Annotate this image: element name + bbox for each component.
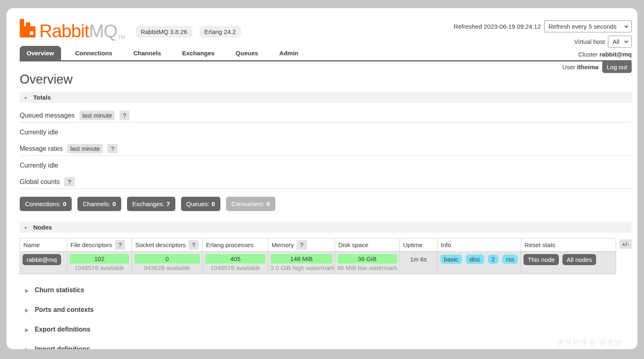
topbar-controls: Refreshed 2023-06-19 09:24:12 Refresh ev… xyxy=(454,20,632,73)
nodes-table-area: Name File descriptors? Socket descriptor… xyxy=(20,238,632,274)
erlang-version-badge: Erlang 24.2 xyxy=(200,26,241,38)
rabbitmq-version-badge: RabbitMQ 3.8.26 xyxy=(136,26,192,38)
global-counts-help-icon[interactable]: ? xyxy=(64,177,74,186)
memory-help-icon[interactable]: ? xyxy=(297,240,306,250)
memory-cell: 148 MiB 3.0 GiB high watermark xyxy=(268,252,335,274)
info-cell: basic disc 2 rss xyxy=(437,252,521,274)
connections-count-value: 0 xyxy=(63,200,66,207)
user-row: User itheima Log out xyxy=(562,61,632,73)
queues-count-chip[interactable]: Queues:0 xyxy=(181,197,220,211)
tab-admin[interactable]: Admin xyxy=(272,46,306,60)
global-counts-label: Global counts xyxy=(20,178,60,185)
triangle-down-icon: ▼ xyxy=(23,95,28,100)
ports-and-contexts-label: Ports and contexts xyxy=(35,306,94,313)
connections-count-label: Connections: xyxy=(25,200,61,207)
tab-exchanges[interactable]: Exchanges xyxy=(175,46,221,60)
refresh-row: Refreshed 2023-06-19 09:24:12 Refresh ev… xyxy=(454,20,632,32)
channels-count-value: 0 xyxy=(112,200,116,207)
socket-descriptors-bar: 0 xyxy=(134,254,200,264)
col-erlang-processes: Erlang processes xyxy=(203,239,268,252)
section-header-totals[interactable]: ▼ Totals xyxy=(20,92,632,103)
brand-mq-text: MQ xyxy=(89,21,117,41)
memory-watermark: 3.0 GiB high watermark xyxy=(268,264,335,271)
section-header-churn-statistics[interactable]: ▶ Churn statistics xyxy=(25,286,632,294)
tab-channels[interactable]: Channels xyxy=(126,46,168,60)
import-definitions-label: Import definitions xyxy=(35,345,90,349)
app-window: Refreshed 2023-06-19 09:24:12 Refresh ev… xyxy=(7,8,637,349)
rates-help-icon[interactable]: ? xyxy=(107,144,117,153)
node-name-cell: rabbit@mq xyxy=(20,252,67,274)
reset-this-node-button[interactable]: This node xyxy=(524,254,559,265)
page-title: Overview xyxy=(20,72,632,87)
reset-all-nodes-button[interactable]: All nodes xyxy=(562,254,596,265)
queued-range-badge[interactable]: last minute xyxy=(79,111,115,120)
refresh-interval-select[interactable]: Refresh every 5 seconds xyxy=(544,20,632,32)
brand-title: RabbitMQ xyxy=(39,22,117,40)
object-counts: Connections:0 Channels:0 Exchanges:7 Que… xyxy=(20,197,632,211)
global-counts-row: Global counts ? xyxy=(20,178,632,189)
chevron-down-icon xyxy=(624,39,628,43)
erlang-processes-cell: 405 1048576 available xyxy=(203,252,268,274)
queued-help-icon[interactable]: ? xyxy=(120,111,129,120)
user-name: itheima xyxy=(577,64,599,70)
col-name: Name xyxy=(20,239,67,252)
export-definitions-label: Export definitions xyxy=(35,326,91,333)
channels-count-chip[interactable]: Channels:0 xyxy=(77,197,121,211)
queued-messages-row: Queued messages last minute ? xyxy=(20,112,632,123)
col-reset-stats: Reset stats xyxy=(521,239,616,252)
section-header-ports-and-contexts[interactable]: ▶ Ports and contexts xyxy=(25,306,632,314)
connections-count-chip[interactable]: Connections:0 xyxy=(20,197,72,211)
disk-space-cell: 36 GiB 48 MiB low watermark xyxy=(335,252,399,274)
tab-queues[interactable]: Queues xyxy=(229,46,265,60)
file-descriptors-help-icon[interactable]: ? xyxy=(115,240,125,250)
tab-connections[interactable]: Connections xyxy=(68,46,119,60)
triangle-right-icon: ▶ xyxy=(25,327,29,333)
queues-count-label: Queues: xyxy=(186,200,210,207)
section-header-nodes[interactable]: ▼ Nodes xyxy=(20,222,632,233)
socket-descriptors-cell: 0 943629 available xyxy=(132,252,203,274)
user-label: User xyxy=(562,64,576,70)
reset-stats-cell: This node All nodes xyxy=(521,252,616,274)
disk-space-bar: 36 GiB xyxy=(338,254,397,264)
exchanges-count-chip[interactable]: Exchanges:7 xyxy=(127,197,175,211)
refresh-interval-value: Refresh every 5 seconds xyxy=(549,23,617,30)
virtual-host-select[interactable]: All xyxy=(608,36,632,48)
chevron-down-icon xyxy=(624,24,628,28)
disk-watermark: 48 MiB low watermark xyxy=(335,264,399,271)
churn-statistics-label: Churn statistics xyxy=(35,286,84,293)
cluster-label: Cluster xyxy=(578,51,598,58)
message-rates-row: Message rates last minute ? xyxy=(20,145,632,156)
socket-descriptors-help-icon[interactable]: ? xyxy=(188,240,198,250)
info-badge-rss[interactable]: rss xyxy=(502,254,518,264)
refreshed-timestamp: Refreshed 2023-06-19 09:24:12 xyxy=(454,23,541,30)
info-badge-basic[interactable]: basic xyxy=(440,254,462,264)
logout-button[interactable]: Log out xyxy=(602,61,632,73)
main-content: Overview ▼ Totals Queued messages last m… xyxy=(7,72,637,349)
columns-toggle-badge[interactable]: +/- xyxy=(619,239,632,249)
file-descriptors-bar: 102 xyxy=(70,254,129,264)
info-badge-2[interactable]: 2 xyxy=(488,254,499,264)
erlang-processes-available: 1048576 available xyxy=(203,264,268,271)
version-badges: RabbitMQ 3.8.26 Erlang 24.2 xyxy=(136,26,240,38)
rates-idle-status: Currently idle xyxy=(20,162,632,169)
message-rates-label: Message rates xyxy=(20,145,63,152)
queued-idle-status: Currently idle xyxy=(20,129,632,136)
virtual-host-row: Virtual host All xyxy=(574,36,632,48)
virtual-host-label: Virtual host xyxy=(574,38,605,45)
tab-overview[interactable]: Overview xyxy=(20,46,61,60)
node-name-badge[interactable]: rabbit@mq xyxy=(23,254,61,265)
queued-messages-label: Queued messages xyxy=(20,112,75,119)
trademark-label: TM xyxy=(118,34,125,40)
consumers-count-value: 0 xyxy=(266,200,270,207)
cluster-name: rabbit@mq xyxy=(599,51,632,58)
file-descriptors-available: 1048576 available xyxy=(67,264,132,271)
exchanges-count-value: 7 xyxy=(166,200,170,207)
consumers-count-chip: Consumers:0 xyxy=(226,197,275,211)
exchanges-count-label: Exchanges: xyxy=(132,200,164,207)
info-badge-disc[interactable]: disc xyxy=(466,254,484,264)
section-header-export-definitions[interactable]: ▶ Export definitions xyxy=(25,326,632,333)
triangle-right-icon: ▶ xyxy=(25,307,29,313)
section-header-import-definitions[interactable]: ▶ Import definitions xyxy=(25,345,632,349)
nodes-table: Name File descriptors? Socket descriptor… xyxy=(20,238,616,274)
rates-range-badge[interactable]: last minute xyxy=(67,144,103,153)
